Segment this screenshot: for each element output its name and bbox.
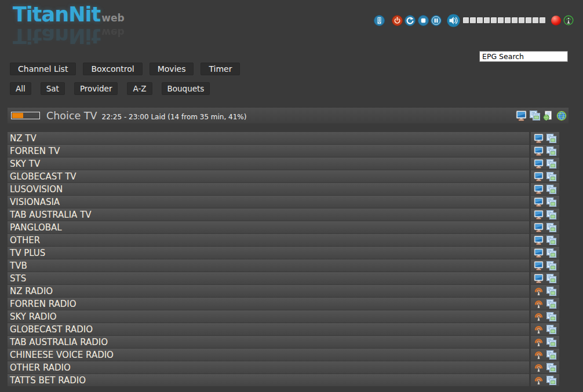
epg-list-icon[interactable] bbox=[546, 210, 557, 220]
tv-icon[interactable] bbox=[534, 146, 544, 156]
webpage-icon[interactable] bbox=[542, 110, 553, 121]
radio-icon[interactable] bbox=[534, 362, 544, 373]
tv-icon[interactable] bbox=[534, 159, 544, 169]
filter-bouquets[interactable]: Bouquets bbox=[162, 82, 210, 95]
epg-list-icon[interactable] bbox=[546, 362, 557, 373]
channel-row[interactable]: FORREN RADIO bbox=[8, 298, 559, 310]
epg-list-icon[interactable] bbox=[546, 312, 557, 322]
epg-list-icon[interactable] bbox=[546, 337, 557, 347]
tv-icon[interactable] bbox=[534, 210, 544, 220]
channel-name[interactable]: NZ RADIO bbox=[8, 285, 529, 297]
epg-list-icon[interactable] bbox=[529, 110, 540, 121]
epg-list-icon[interactable] bbox=[546, 350, 557, 360]
volume-segment[interactable] bbox=[540, 17, 545, 23]
epg-list-icon[interactable] bbox=[546, 375, 557, 386]
speaker-icon[interactable] bbox=[447, 14, 460, 27]
epg-list-icon[interactable] bbox=[546, 146, 557, 156]
tv-icon[interactable] bbox=[534, 235, 544, 246]
filter-sat[interactable]: Sat bbox=[41, 82, 65, 95]
tv-icon[interactable] bbox=[534, 184, 544, 195]
tv-icon[interactable] bbox=[534, 171, 544, 182]
channel-name[interactable]: TAB AUSTRALIA RADIO bbox=[8, 336, 529, 348]
channel-name[interactable]: TVB bbox=[8, 259, 529, 272]
nav-movies[interactable]: Movies bbox=[150, 63, 194, 75]
epg-list-icon[interactable] bbox=[546, 133, 557, 144]
channel-row[interactable]: STS bbox=[8, 272, 559, 284]
record-icon[interactable] bbox=[551, 16, 561, 25]
channel-name[interactable]: STS bbox=[8, 272, 529, 284]
volume-segment[interactable] bbox=[519, 17, 524, 23]
epg-list-icon[interactable] bbox=[546, 286, 557, 296]
volume-level[interactable] bbox=[463, 17, 546, 23]
radio-icon[interactable] bbox=[534, 337, 544, 347]
volume-segment[interactable] bbox=[470, 17, 476, 23]
epg-list-icon[interactable] bbox=[546, 171, 557, 182]
channel-name[interactable]: FORREN RADIO bbox=[8, 298, 529, 310]
channel-row[interactable]: TAB AUSTRALIA TV bbox=[8, 208, 559, 221]
epg-search-input[interactable] bbox=[479, 51, 568, 62]
channel-row[interactable]: GLOBECAST TV bbox=[8, 170, 559, 182]
channel-name[interactable]: TV PLUS bbox=[8, 247, 529, 259]
volume-segment[interactable] bbox=[491, 17, 497, 23]
radio-icon[interactable] bbox=[534, 350, 544, 360]
volume-segment[interactable] bbox=[512, 17, 518, 23]
channel-name[interactable]: OTHER bbox=[8, 234, 529, 246]
radio-icon[interactable] bbox=[534, 299, 544, 309]
epg-list-icon[interactable] bbox=[546, 222, 557, 233]
nav-boxcontrol[interactable]: Boxcontrol bbox=[83, 63, 142, 75]
channel-name[interactable]: SKY RADIO bbox=[8, 310, 529, 323]
volume-segment[interactable] bbox=[484, 17, 490, 23]
volume-segment[interactable] bbox=[505, 17, 511, 23]
channel-name[interactable]: CHINEESE VOICE RADIO bbox=[8, 349, 529, 361]
channel-row[interactable]: LUSOVISION bbox=[8, 183, 559, 195]
channel-name[interactable]: VISIONASIA bbox=[8, 196, 529, 208]
epg-list-icon[interactable] bbox=[546, 299, 557, 309]
channel-row[interactable]: TATTS BET RADIO bbox=[8, 374, 559, 386]
radio-icon[interactable] bbox=[534, 375, 544, 386]
channel-name[interactable]: LUSOVISION bbox=[8, 183, 529, 195]
remote-icon[interactable] bbox=[374, 15, 385, 26]
epg-list-icon[interactable] bbox=[546, 261, 557, 271]
channel-name[interactable]: GLOBECAST RADIO bbox=[8, 323, 529, 335]
epg-list-icon[interactable] bbox=[546, 248, 557, 258]
channel-name[interactable]: NZ TV bbox=[8, 132, 529, 144]
epg-list-icon[interactable] bbox=[546, 235, 557, 246]
tv-icon[interactable] bbox=[534, 248, 544, 258]
channel-name[interactable]: FORREN TV bbox=[8, 145, 529, 157]
tv-icon[interactable] bbox=[534, 222, 544, 233]
channel-row[interactable]: OTHER RADIO bbox=[8, 361, 559, 373]
tv-icon[interactable] bbox=[534, 197, 544, 207]
tv-icon[interactable] bbox=[534, 261, 544, 271]
channel-name[interactable]: TATTS BET RADIO bbox=[8, 374, 529, 386]
channel-name[interactable]: TAB AUSTRALIA TV bbox=[8, 208, 529, 221]
radio-icon[interactable] bbox=[534, 324, 544, 335]
nav-channel-list[interactable]: Channel List bbox=[10, 63, 76, 75]
channel-name[interactable]: PANGLOBAL bbox=[8, 221, 529, 233]
channel-row[interactable]: TV PLUS bbox=[8, 247, 559, 259]
radio-icon[interactable] bbox=[534, 312, 544, 322]
filter-all[interactable]: All bbox=[10, 82, 31, 95]
epg-list-icon[interactable] bbox=[546, 197, 557, 207]
pause-icon[interactable] bbox=[431, 15, 442, 26]
channel-row[interactable]: GLOBECAST RADIO bbox=[8, 323, 559, 335]
channel-name[interactable]: GLOBECAST TV bbox=[8, 170, 529, 182]
volume-segment[interactable] bbox=[533, 17, 538, 23]
nav-timer[interactable]: Timer bbox=[201, 63, 240, 75]
channel-name[interactable]: OTHER RADIO bbox=[8, 361, 529, 373]
volume-segment[interactable] bbox=[498, 17, 504, 23]
volume-segment[interactable] bbox=[477, 17, 483, 23]
channel-row[interactable]: NZ RADIO bbox=[8, 285, 559, 297]
signal-icon[interactable] bbox=[563, 15, 574, 25]
tv-icon[interactable] bbox=[534, 273, 544, 284]
channel-row[interactable]: FORREN TV bbox=[8, 145, 559, 157]
radio-icon[interactable] bbox=[534, 286, 544, 296]
filter-a-z[interactable]: A-Z bbox=[127, 82, 152, 95]
channel-row[interactable]: NZ TV bbox=[8, 132, 559, 144]
filter-provider[interactable]: Provider bbox=[74, 82, 118, 95]
channel-row[interactable]: SKY RADIO bbox=[8, 310, 559, 323]
channel-row[interactable]: VISIONASIA bbox=[8, 196, 559, 208]
epg-list-icon[interactable] bbox=[546, 324, 557, 335]
channel-name[interactable]: SKY TV bbox=[8, 157, 529, 170]
tv-stream-icon[interactable] bbox=[516, 110, 527, 121]
tv-icon[interactable] bbox=[534, 133, 544, 144]
